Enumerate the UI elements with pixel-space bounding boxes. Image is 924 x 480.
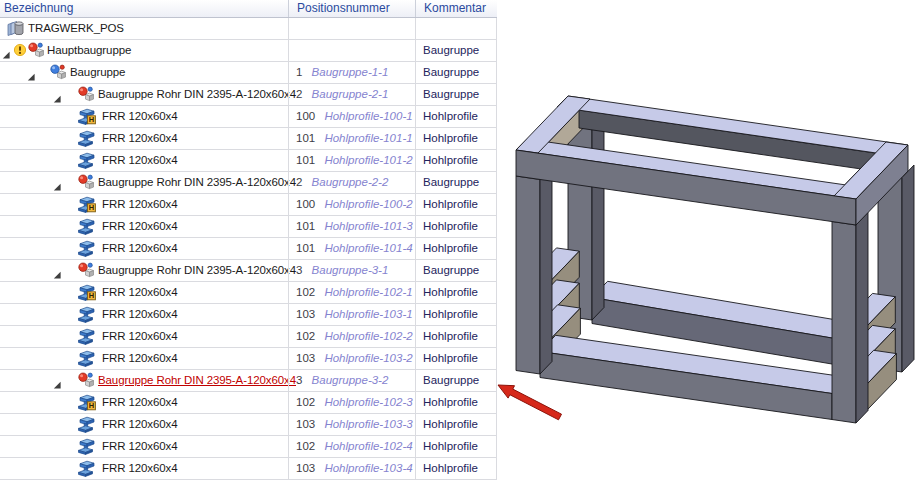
tree-row[interactable]: FRR 120x60x4 102 Hohlprofile-102-2 Hohlp… [0,326,497,348]
tree-row[interactable]: H FRR 120x60x4 100 Hohlprofile-100-1 Hoh… [0,106,497,128]
item-label: FRR 120x60x4 [102,330,178,342]
beam-profile-icon [76,416,97,437]
tree-row[interactable]: FRR 120x60x4 103 Hohlprofile-103-4 Hohlp… [0,458,497,480]
item-label: FRR 120x60x4 [102,440,178,452]
column-divider [288,18,289,480]
expander-icon[interactable] [53,266,62,275]
item-label: FRR 120x60x4 [102,396,178,408]
tree-row[interactable]: FRR 120x60x4 101 Hohlprofile-101-3 Hohlp… [0,216,497,238]
tree-row[interactable]: Hauptbaugruppe Baugruppe [0,40,497,62]
item-label: Baugruppe Rohr DIN 2395-A-120x60x4 [98,176,296,188]
position-cell: 103 Hohlprofile-103-2 [289,352,414,364]
item-label: FRR 120x60x4 [102,308,178,320]
instance-name: Hohlprofile-103-4 [324,462,412,474]
position-number: 102 [296,440,315,452]
position-number: 101 [296,242,315,254]
item-label: FRR 120x60x4 [102,462,178,474]
position-cell: 3 Baugruppe-3-1 [289,264,414,276]
assembly-red-icon [78,86,95,106]
position-number: 3 [296,264,302,276]
item-label: Hauptbaugruppe [47,44,131,56]
instance-name: Hohlprofile-102-1 [324,286,412,298]
position-number: 101 [296,132,315,144]
column-header-positionsnummer[interactable]: Positionsnummer [288,0,415,17]
item-label: Baugruppe Rohr DIN 2395-A-120x60x4 [98,374,296,386]
position-cell: 101 Hohlprofile-101-1 [289,132,414,144]
beam-profile-icon [76,328,97,349]
position-cell: 102 Hohlprofile-102-2 [289,330,414,342]
beam-profile-icon [76,218,97,239]
assembly-red-icon [78,372,95,392]
beam-profile-icon [76,130,97,151]
instance-name: Baugruppe-3-1 [312,264,389,276]
position-number: 102 [296,286,315,298]
position-number: 102 [296,330,315,342]
column-header-kommentar[interactable]: Kommentar [415,0,497,17]
item-label: Baugruppe Rohr DIN 2395-A-120x60x4 [98,88,296,100]
tree-row[interactable]: Baugruppe Rohr DIN 2395-A-120x60x4 2 Bau… [0,84,497,106]
position-number: 103 [296,308,315,320]
beam-profile-icon [76,240,97,261]
tree-row[interactable]: Baugruppe 1 Baugruppe-1-1 Baugruppe [0,62,497,84]
beam-profile-h-icon: H [76,284,97,305]
item-label: Baugruppe Rohr DIN 2395-A-120x60x4 [98,264,296,276]
expander-icon[interactable] [27,68,36,77]
comment-cell: Hohlprofile [416,308,496,320]
position-cell: 103 Hohlprofile-103-4 [289,462,414,474]
annotation-arrow [498,385,562,420]
tree-row[interactable]: Baugruppe Rohr DIN 2395-A-120x60x4 3 Bau… [0,370,497,392]
position-number: 103 [296,352,315,364]
position-cell: 101 Hohlprofile-101-3 [289,220,414,232]
tree-row[interactable]: FRR 120x60x4 102 Hohlprofile-102-4 Hohlp… [0,436,497,458]
tree-row[interactable]: FRR 120x60x4 103 Hohlprofile-103-2 Hohlp… [0,348,497,370]
position-cell: 101 Hohlprofile-101-4 [289,242,414,254]
tree-row[interactable]: FRR 120x60x4 101 Hohlprofile-101-1 Hohlp… [0,128,497,150]
item-label: TRAGWERK_POS [28,22,124,34]
item-label: FRR 120x60x4 [102,154,178,166]
tree-row[interactable]: FRR 120x60x4 101 Hohlprofile-101-4 Hohlp… [0,238,497,260]
3d-viewport[interactable] [497,0,924,480]
tree-row[interactable]: Baugruppe Rohr DIN 2395-A-120x60x4 2 Bau… [0,172,497,194]
tree-row[interactable]: FRR 120x60x4 103 Hohlprofile-103-1 Hohlp… [0,304,497,326]
position-number: 100 [296,198,315,210]
position-number: 2 [296,176,302,188]
beam-profile-icon [76,152,97,173]
tree-row[interactable]: FRR 120x60x4 101 Hohlprofile-101-2 Hohlp… [0,150,497,172]
position-cell: 100 Hohlprofile-100-2 [289,198,414,210]
expander-icon[interactable] [2,46,11,55]
expander-icon[interactable] [53,178,62,187]
table-header: Bezeichnung Positionsnummer Kommentar [0,0,497,18]
instance-name: Hohlprofile-100-1 [324,110,412,122]
item-label: FRR 120x60x4 [102,110,178,122]
tree-row[interactable]: Baugruppe Rohr DIN 2395-A-120x60x4 3 Bau… [0,260,497,282]
comment-cell: Baugruppe [416,66,496,78]
tree-row[interactable]: H FRR 120x60x4 100 Hohlprofile-100-2 Hoh… [0,194,497,216]
tree-row[interactable]: H FRR 120x60x4 102 Hohlprofile-102-3 Hoh… [0,392,497,414]
expander-icon[interactable] [53,376,62,385]
instance-name: Hohlprofile-102-4 [324,440,412,452]
comment-cell: Hohlprofile [416,462,496,474]
tree-rows: TRAGWERK_POS Hauptbaugruppe Baugruppe Ba… [0,18,497,480]
bom-structure-window: Bezeichnung Positionsnummer Kommentar TR… [0,0,924,480]
position-cell: 103 Hohlprofile-103-1 [289,308,414,320]
column-header-bezeichnung[interactable]: Bezeichnung [0,0,288,17]
position-cell: 102 Hohlprofile-102-3 [289,396,414,408]
tree-row[interactable]: H FRR 120x60x4 102 Hohlprofile-102-1 Hoh… [0,282,497,304]
comment-cell: Baugruppe [416,44,496,56]
expander-icon[interactable] [53,90,62,99]
beam-profile-h-icon: H [76,394,97,415]
beam-profile-icon [76,350,97,371]
position-cell: 102 Hohlprofile-102-4 [289,440,414,452]
tree-row[interactable]: TRAGWERK_POS [0,18,497,40]
comment-cell: Hohlprofile [416,330,496,342]
tree-row[interactable]: FRR 120x60x4 103 Hohlprofile-103-3 Hohlp… [0,414,497,436]
position-number: 102 [296,396,315,408]
comment-cell: Hohlprofile [416,242,496,254]
svg-text:H: H [89,291,94,300]
position-number: 101 [296,220,315,232]
position-number: 103 [296,462,315,474]
position-cell: 2 Baugruppe-2-2 [289,176,414,188]
comment-cell: Hohlprofile [416,286,496,298]
comment-cell: Hohlprofile [416,352,496,364]
comment-cell: Hohlprofile [416,132,496,144]
